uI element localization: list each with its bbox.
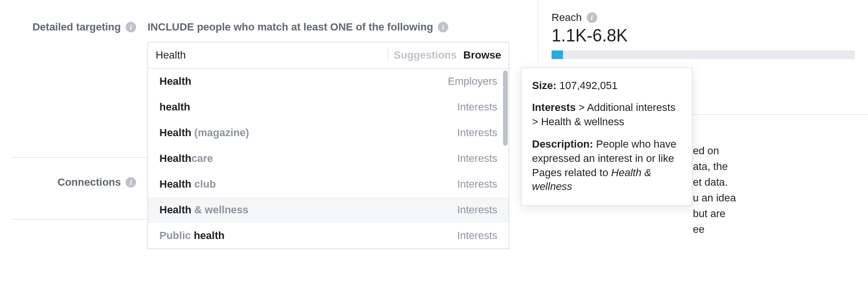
info-icon[interactable]: i	[587, 12, 597, 23]
suggestions-link[interactable]: Suggestions	[394, 49, 457, 61]
divider	[11, 157, 148, 158]
targeting-search-box: Suggestions Browse Health Employers heal…	[148, 42, 509, 249]
reach-bar-fill	[552, 50, 563, 59]
list-item-label: health	[159, 101, 190, 113]
connections-text: Connections	[58, 176, 121, 189]
divider	[693, 114, 868, 115]
info-icon[interactable]: i	[126, 22, 136, 32]
list-item-category: Interests	[457, 152, 497, 165]
right-panel: Reach i 1.1K-6.8K	[538, 0, 868, 63]
info-icon[interactable]: i	[438, 22, 448, 32]
reach-box: Reach i 1.1K-6.8K	[538, 0, 868, 63]
list-item[interactable]: Public health Interests	[148, 223, 509, 249]
list-item-category: Interests	[457, 178, 497, 190]
connections-label: Connections i	[0, 176, 136, 189]
detailed-targeting-label: Detailed targeting i	[0, 21, 136, 33]
search-input-row: Suggestions Browse	[148, 42, 509, 68]
list-item-category: Interests	[457, 101, 497, 113]
tooltip-breadcrumb: Interests > Additional interests > Healt…	[532, 100, 681, 129]
list-item[interactable]: Health Employers	[148, 69, 509, 94]
tooltip-size: Size: 107,492,051	[532, 80, 681, 92]
list-item[interactable]: Health club Interests	[148, 171, 509, 197]
list-item-category: Interests	[457, 229, 497, 242]
search-input[interactable]	[156, 49, 382, 61]
list-item-label: Healthcare	[159, 152, 213, 165]
list-item[interactable]: Healthcare Interests	[148, 146, 509, 171]
divider	[11, 219, 148, 219]
browse-link[interactable]: Browse	[464, 49, 501, 61]
list-item-label: Public health	[159, 229, 225, 242]
tooltip-description: Description: People who have expressed a…	[532, 137, 681, 194]
divider	[388, 49, 388, 61]
include-header-text: INCLUDE people who match at least ONE of…	[148, 21, 433, 33]
detailed-targeting-text: Detailed targeting	[32, 21, 121, 33]
list-item-category: Interests	[457, 204, 497, 216]
include-header: INCLUDE people who match at least ONE of…	[148, 21, 514, 33]
reach-label: Reach	[552, 11, 582, 24]
list-item-category: Interests	[457, 127, 497, 139]
list-item-label: Health club	[159, 178, 216, 190]
suggestion-dropdown: Health Employers health Interests Health…	[148, 68, 509, 249]
list-item[interactable]: Health & wellness Interests	[148, 197, 509, 223]
list-item-label: Health & wellness	[159, 204, 248, 216]
background-text: ed on ata, the et data. u an idea but ar…	[693, 143, 868, 237]
list-item[interactable]: health Interests	[148, 94, 509, 120]
list-item-label: Health (magazine)	[159, 127, 249, 139]
list-item-category: Employers	[448, 75, 497, 88]
list-item-label: Health	[159, 75, 191, 88]
reach-label-row: Reach i	[552, 11, 855, 24]
list-item[interactable]: Health (magazine) Interests	[148, 120, 509, 146]
reach-bar	[552, 50, 855, 59]
info-icon[interactable]: i	[126, 177, 136, 188]
scrollbar-thumb[interactable]	[503, 70, 508, 146]
interest-tooltip: Size: 107,492,051 Interests > Additional…	[521, 68, 692, 206]
reach-value: 1.1K-6.8K	[552, 26, 855, 46]
